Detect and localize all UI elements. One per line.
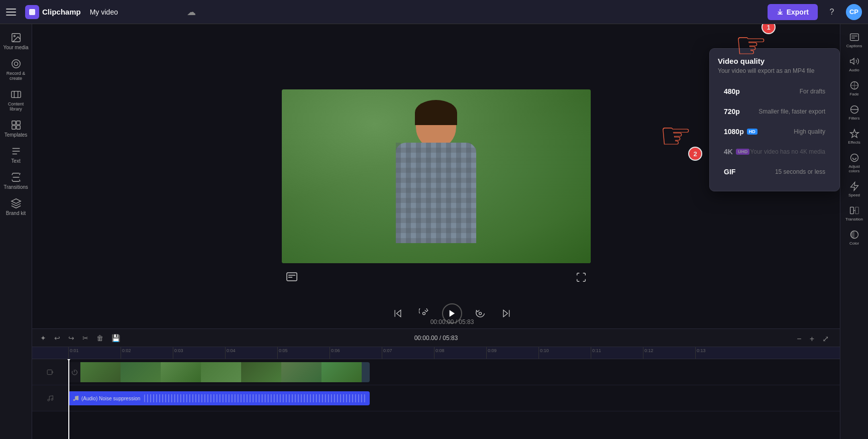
ruler-mark: 0:12 xyxy=(643,347,695,359)
timeline-magic-button[interactable]: ✦ xyxy=(38,332,48,344)
quality-option-720p[interactable]: 720p Smaller file, faster export xyxy=(718,102,831,121)
logo: Clipchamp xyxy=(25,5,81,19)
video-track-content xyxy=(68,359,840,385)
hamburger-menu[interactable] xyxy=(6,5,20,19)
video-frame xyxy=(282,89,591,263)
quality-option-gif[interactable]: GIF 15 seconds or less xyxy=(718,163,831,181)
avatar[interactable]: CP xyxy=(846,4,862,20)
skip-back-button[interactable] xyxy=(390,305,406,321)
ruler-mark: 0:05 xyxy=(277,347,330,359)
zoom-in-button[interactable]: + xyxy=(807,333,817,345)
ruler-mark: 0:06 xyxy=(330,347,382,359)
video-title-input[interactable] xyxy=(86,6,182,18)
sidebar-item-your-media[interactable]: Your media xyxy=(1,28,31,54)
rs-item-speed[interactable]: Speed xyxy=(841,177,867,201)
right-sidebar: Captions Audio Fade Filters Effects Adju… xyxy=(840,24,868,439)
time-display: 00:00.00 / 05:83 xyxy=(430,318,474,325)
playback-controls: 00:00.00 / 05:83 xyxy=(64,298,840,328)
logo-icon xyxy=(25,5,39,19)
hd-badge: HD xyxy=(747,129,757,135)
svg-rect-8 xyxy=(12,126,15,129)
rs-item-captions[interactable]: Captions xyxy=(841,28,867,52)
video-track-label xyxy=(32,359,68,385)
help-button[interactable]: ? xyxy=(824,4,840,20)
ruler-mark: 0:11 xyxy=(591,347,643,359)
svg-rect-18 xyxy=(850,34,858,40)
svg-point-22 xyxy=(850,154,858,162)
rs-item-transition[interactable]: Transition xyxy=(841,201,867,226)
svg-rect-12 xyxy=(47,370,52,374)
quality-option-1080p[interactable]: 1080p HD High quality xyxy=(718,123,831,141)
svg-point-4 xyxy=(12,60,20,68)
quality-option-4k[interactable]: 4K UHD Your video has no 4K media xyxy=(718,143,831,161)
svg-point-17 xyxy=(77,399,79,401)
rs-item-color[interactable]: Color xyxy=(841,226,867,250)
svg-rect-0 xyxy=(29,9,35,15)
forward-button[interactable] xyxy=(472,305,488,321)
svg-rect-10 xyxy=(287,273,297,281)
zoom-fit-button[interactable]: ⤢ xyxy=(819,333,832,345)
quality-option-480p[interactable]: 480p For drafts xyxy=(718,82,831,100)
timeline-timecode: 00:00.00 / 05:83 xyxy=(414,335,458,342)
rs-effects-label: Effects xyxy=(848,140,860,145)
rs-item-effects[interactable]: Effects xyxy=(841,125,867,149)
rs-item-fade[interactable]: Fade xyxy=(841,76,867,100)
svg-rect-5 xyxy=(11,91,20,98)
ruler-mark: 0:07 xyxy=(382,347,434,359)
captions-button[interactable] xyxy=(286,271,298,285)
timeline-redo-button[interactable]: ↪ xyxy=(66,332,76,344)
topbar: Clipchamp ☁ Export ? CP xyxy=(0,0,868,24)
svg-point-16 xyxy=(73,399,75,401)
left-sidebar: Your media Record &create Contentlibrary… xyxy=(0,24,32,439)
sidebar-item-record-create[interactable]: Record &create xyxy=(1,54,31,85)
logo-text: Clipchamp xyxy=(42,8,81,16)
timeline-cut-button[interactable]: ✂ xyxy=(80,332,90,344)
rewind-button[interactable] xyxy=(416,305,432,321)
video-track-row xyxy=(32,359,840,385)
sidebar-item-transitions[interactable]: Transitions xyxy=(1,168,31,194)
ruler-mark: 0:04 xyxy=(225,347,277,359)
playhead[interactable] xyxy=(68,359,69,439)
svg-rect-24 xyxy=(855,207,858,213)
svg-marker-19 xyxy=(850,58,854,64)
ruler-mark: 0:13 xyxy=(695,347,747,359)
dropdown-subtitle: Your video will export as an MP4 file xyxy=(718,67,831,74)
rs-item-audio[interactable]: Audio xyxy=(841,52,867,76)
ruler-mark: 0:10 xyxy=(538,347,591,359)
zoom-out-button[interactable]: − xyxy=(794,333,804,345)
ruler-mark: 0:03 xyxy=(173,347,225,359)
ruler-mark: 0:09 xyxy=(486,347,538,359)
rs-item-filters[interactable]: Filters xyxy=(841,100,867,125)
ruler-marks: 0:01 0:02 0:03 0:04 0:05 0:06 0:07 0:08 … xyxy=(32,347,840,359)
ruler-mark: 0:01 xyxy=(68,347,121,359)
topbar-left: Clipchamp ☁ xyxy=(6,5,196,19)
video-clip[interactable] xyxy=(68,362,370,382)
svg-point-3 xyxy=(14,62,18,65)
topbar-right: Export ? CP xyxy=(768,4,862,20)
sidebar-item-content-library[interactable]: Contentlibrary xyxy=(1,85,31,116)
svg-marker-11 xyxy=(450,310,455,317)
sidebar-item-text[interactable]: Text xyxy=(1,142,31,168)
audio-track-content: (Audio) Noise suppression xyxy=(68,385,840,411)
svg-rect-6 xyxy=(12,121,15,125)
rs-item-adjust-colors[interactable]: Adjustcolors xyxy=(841,149,867,177)
ruler-mark: 0:02 xyxy=(121,347,173,359)
timeline-toolbar: ✦ ↩ ↪ ✂ 🗑 💾 00:00.00 / 05:83 − + ⤢ xyxy=(32,329,840,347)
uhd-badge: UHD xyxy=(736,149,750,155)
timeline-save-button[interactable]: 💾 xyxy=(110,332,122,344)
fullscreen-button[interactable] xyxy=(576,272,587,285)
main-area: Your media Record &create Contentlibrary… xyxy=(0,24,868,439)
sidebar-item-templates[interactable]: Templates xyxy=(1,116,31,142)
timeline-delete-button[interactable]: 🗑 xyxy=(94,332,105,344)
skip-forward-button[interactable] xyxy=(498,305,514,321)
svg-point-15 xyxy=(51,398,53,400)
audio-clip[interactable]: (Audio) Noise suppression xyxy=(68,391,370,405)
svg-rect-23 xyxy=(850,207,853,213)
audio-track-label xyxy=(32,385,68,411)
svg-marker-13 xyxy=(52,371,53,373)
ruler-mark: 0:08 xyxy=(434,347,486,359)
export-button[interactable]: Export xyxy=(768,4,818,20)
timeline-undo-button[interactable]: ↩ xyxy=(52,332,62,344)
timeline: ✦ ↩ ↪ ✂ 🗑 💾 00:00.00 / 05:83 − + ⤢ 0:01 xyxy=(32,328,840,439)
sidebar-item-brand-kit[interactable]: Brand kit xyxy=(1,194,31,220)
